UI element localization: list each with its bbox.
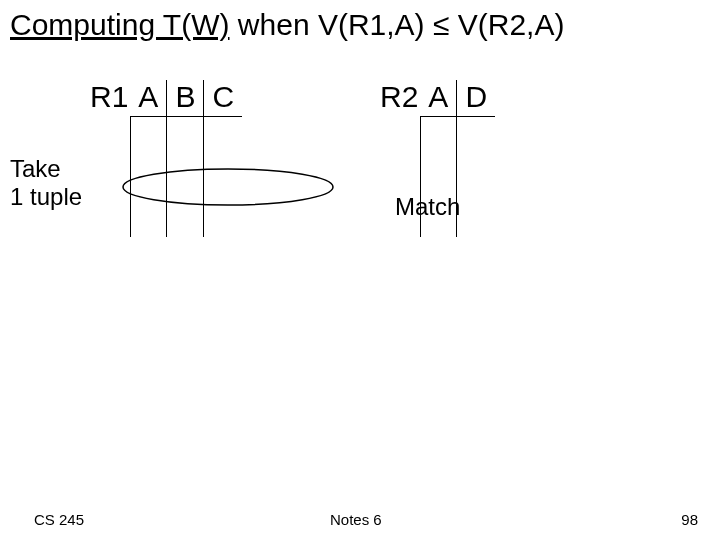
take-tuple-label: Take 1 tuple (10, 155, 82, 210)
slide-root: Computing T(W) when V(R1,A) ≤ V(R2,A) R1… (0, 0, 720, 540)
r1-col-0: A (130, 80, 167, 117)
r2-col-0: A (420, 80, 457, 117)
r2-col-1: D (457, 80, 495, 117)
r1-col-1: B (167, 80, 204, 117)
page-number: 98 (681, 511, 698, 528)
table-row (380, 117, 495, 177)
svg-point-0 (123, 169, 333, 205)
r1-col-2: C (204, 80, 242, 117)
match-label: Match (395, 193, 460, 221)
r2-name: R2 (380, 80, 420, 117)
course-code: CS 245 (34, 511, 84, 528)
notes-label: Notes 6 (330, 511, 382, 528)
r1-name: R1 (90, 80, 130, 117)
title-underlined: Computing T(W) (10, 8, 230, 41)
title-rest: when V(R1,A) ≤ V(R2,A) (238, 8, 565, 41)
slide-title: Computing T(W) when V(R1,A) ≤ V(R2,A) (10, 8, 564, 42)
ellipse-icon (118, 165, 338, 225)
